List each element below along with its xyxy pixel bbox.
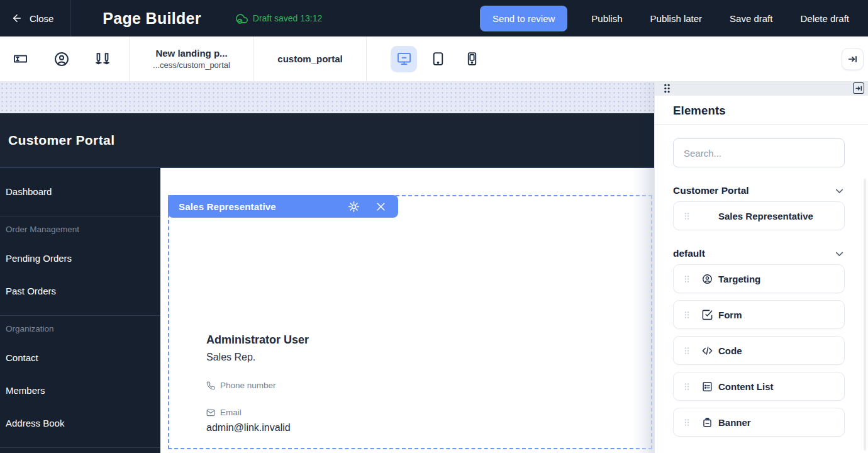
collapse-panel-button[interactable] <box>842 48 864 70</box>
publish-later-button[interactable]: Publish later <box>637 6 716 31</box>
rep-email-label: Email <box>220 408 242 417</box>
workspace: Customer Portal Dashboard Order Manageme… <box>0 82 868 453</box>
drag-handle-icon <box>684 382 690 391</box>
page-name: New landing p... <box>155 48 227 59</box>
element-card-label: Form <box>718 310 742 320</box>
gear-icon <box>347 200 360 213</box>
tab-custom-portal[interactable]: custom_portal <box>254 36 366 81</box>
rep-role: Sales Rep. <box>206 352 309 363</box>
sidebar-section-order-management: Order Management <box>0 216 160 242</box>
tablet-preview-button[interactable] <box>425 46 451 72</box>
element-card-label: Targeting <box>718 274 760 284</box>
element-settings-button[interactable] <box>347 200 360 213</box>
top-bar: Close Page Builder Draft saved 13:12 Sen… <box>0 0 868 36</box>
element-card-sales-representative[interactable]: Sales Representative <box>673 201 845 230</box>
close-icon <box>374 200 387 213</box>
sidebar-item-dashboard[interactable]: Dashboard <box>0 175 160 208</box>
element-card-banner[interactable]: Banner <box>673 408 845 437</box>
topbar-actions: Send to review Publish Publish later Sav… <box>480 6 868 31</box>
section-header-default[interactable]: default <box>673 248 845 259</box>
element-card-label: Sales Representative <box>718 211 813 221</box>
page-switcher[interactable]: New landing p... ...cess/custom_portal <box>130 36 253 81</box>
draft-status: Draft saved 13:12 <box>236 13 323 25</box>
sidebar-section-settings: Settings <box>0 448 160 453</box>
sidebar-item-past-orders[interactable]: Past Orders <box>0 274 160 307</box>
element-card-content-list[interactable]: Content List <box>673 372 845 401</box>
chevron-down-icon <box>834 186 845 196</box>
app-title: Page Builder <box>103 9 201 28</box>
drag-handle-icon <box>684 211 690 221</box>
envelope-icon <box>206 408 215 417</box>
page-builder-app: Close Page Builder Draft saved 13:12 Sen… <box>0 0 868 453</box>
canvas-dotted-background <box>0 82 654 113</box>
desktop-preview-button[interactable] <box>391 46 417 72</box>
element-remove-button[interactable] <box>374 200 387 213</box>
drag-handle-icon <box>684 274 690 284</box>
sliders-icon <box>94 50 111 68</box>
close-button[interactable]: Close <box>0 0 71 36</box>
canvas: Customer Portal Dashboard Order Manageme… <box>0 82 654 453</box>
element-card-targeting[interactable]: Targeting <box>673 264 845 293</box>
element-label-text: Sales Representative <box>179 201 276 212</box>
cloud-check-icon <box>236 13 248 25</box>
panel-body: Elements Customer Portal Sales Represent… <box>655 104 868 437</box>
phone-handset-icon <box>206 381 215 390</box>
preview-sidebar: Dashboard Order Management Pending Order… <box>0 168 160 453</box>
banner-icon <box>701 417 713 428</box>
rep-name: Administrator User <box>206 333 309 347</box>
send-to-review-button[interactable]: Send to review <box>480 6 567 31</box>
publish-button[interactable]: Publish <box>577 6 636 31</box>
sidebar-section-organization: Organization <box>0 316 160 341</box>
element-card-form[interactable]: Form <box>673 300 845 329</box>
user-circle-icon <box>53 50 70 68</box>
save-draft-button[interactable]: Save draft <box>716 6 786 31</box>
chevron-down-icon <box>834 249 845 259</box>
section-header-customer-portal[interactable]: Customer Portal <box>673 185 845 196</box>
phone-preview-button[interactable] <box>459 46 485 72</box>
drag-handle-icon <box>684 418 690 427</box>
back-arrow-icon <box>11 13 23 24</box>
text-field-tool-button[interactable] <box>0 36 41 81</box>
element-card-code[interactable]: Code <box>673 336 845 365</box>
panel-drag-strip <box>655 81 868 96</box>
device-preview-toggle <box>391 36 485 81</box>
sidebar-item-contact[interactable]: Contact <box>0 341 160 374</box>
element-label-bar[interactable]: Sales Representative <box>168 195 398 218</box>
elements-search-input[interactable] <box>673 138 845 167</box>
preview-body: Dashboard Order Management Pending Order… <box>0 168 654 453</box>
collapse-right-icon <box>855 85 862 92</box>
panel-drag-handle-icon[interactable] <box>663 83 671 94</box>
tool-group <box>0 36 129 81</box>
rep-phone-label: Phone number <box>220 381 276 390</box>
tablet-icon <box>430 51 446 67</box>
sidebar-item-pending-orders[interactable]: Pending Orders <box>0 242 160 274</box>
preview-page-title: Customer Portal <box>8 133 114 148</box>
section-title: default <box>673 248 705 259</box>
text-field-icon <box>12 50 29 67</box>
sidebar-item-members[interactable]: Members <box>0 374 160 406</box>
targeting-icon <box>701 273 713 285</box>
element-card-label: Banner <box>718 417 751 428</box>
panel-scrollbar[interactable] <box>864 179 866 450</box>
rep-email-row: Email <box>206 408 309 417</box>
rep-email-value: admin@link.invalid <box>206 422 309 433</box>
audience-tool-button[interactable] <box>41 36 82 81</box>
close-label: Close <box>30 13 53 24</box>
delete-draft-button[interactable]: Delete draft <box>786 6 863 31</box>
toolbar-divider <box>366 36 367 81</box>
form-icon <box>701 309 713 321</box>
element-card-label: Content List <box>718 381 774 392</box>
panel-collapse-button[interactable] <box>853 82 864 94</box>
selected-sales-representative-element[interactable]: Sales Representative <box>168 195 652 449</box>
sidebar-item-address-book[interactable]: Address Book <box>0 406 160 439</box>
desktop-icon <box>396 50 413 67</box>
sliders-tool-button[interactable] <box>82 36 123 81</box>
preview-page-header: Customer Portal <box>0 113 654 168</box>
preview-content: Sales Representative <box>160 168 654 453</box>
builder-toolbar: New landing p... ...cess/custom_portal c… <box>0 36 868 82</box>
phone-icon <box>464 51 480 67</box>
code-icon <box>701 345 713 357</box>
drag-handle-icon <box>684 346 690 355</box>
collapse-right-icon <box>847 53 858 64</box>
draft-status-text: Draft saved 13:12 <box>253 13 323 23</box>
